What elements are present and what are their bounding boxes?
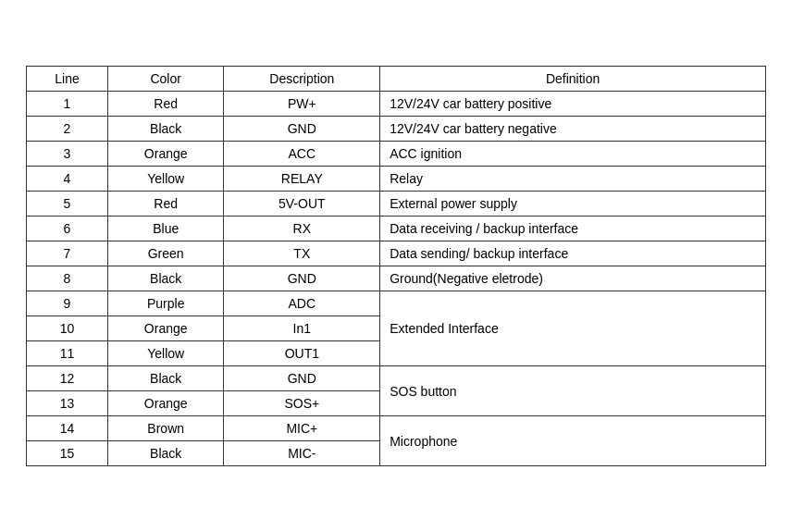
table-row: 14BrownMIC+Microphone [27,416,766,441]
cell-definition: External power supply [380,192,766,217]
cell-color: Purple [107,291,223,316]
header-description: Description [224,67,380,92]
cell-color: Red [107,192,223,217]
cell-color: Black [107,366,223,391]
cell-line: 12 [27,366,108,391]
table-row: 9PurpleADCExtended Interface [27,291,766,316]
cell-definition: Data receiving / backup interface [380,217,766,241]
cell-color: Brown [107,416,223,441]
cell-definition: ACC ignition [380,142,766,167]
cell-description: ADC [224,291,380,316]
cell-description: In1 [224,316,380,341]
cell-line: 10 [27,316,108,341]
cell-definition: Extended Interface [380,291,766,366]
cell-description: RELAY [224,167,380,192]
cell-description: MIC+ [224,416,380,441]
wire-table: Line Color Description Definition 1RedPW… [26,66,766,466]
cell-description: RX [224,217,380,241]
cell-line: 7 [27,241,108,266]
cell-line: 14 [27,416,108,441]
header-color: Color [107,67,223,92]
cell-definition: Ground(Negative eletrode) [380,266,766,291]
cell-color: Orange [107,142,223,167]
cell-color: Red [107,92,223,117]
cell-definition: SOS button [380,366,766,416]
table-row: 12BlackGNDSOS button [27,366,766,391]
page-container: Line Color Description Definition 1RedPW… [0,0,792,532]
cell-definition: Microphone [380,416,766,466]
table-row: 1RedPW+12V/24V car battery positive [27,92,766,117]
cell-color: Yellow [107,167,223,192]
cell-line: 4 [27,167,108,192]
table-row: 8BlackGNDGround(Negative eletrode) [27,266,766,291]
table-header-row: Line Color Description Definition [27,67,766,92]
cell-line: 8 [27,266,108,291]
cell-definition: Relay [380,167,766,192]
cell-line: 15 [27,441,108,466]
cell-color: Black [107,117,223,142]
cell-line: 13 [27,391,108,416]
cell-definition: 12V/24V car battery negative [380,117,766,142]
header-definition: Definition [380,67,766,92]
cell-description: PW+ [224,92,380,117]
cell-color: Green [107,241,223,266]
cell-line: 3 [27,142,108,167]
cell-line: 6 [27,217,108,241]
cell-description: GND [224,117,380,142]
cell-description: ACC [224,142,380,167]
cell-color: Black [107,441,223,466]
cell-definition: 12V/24V car battery positive [380,92,766,117]
cell-line: 5 [27,192,108,217]
cell-line: 1 [27,92,108,117]
table-row: 6BlueRXData receiving / backup interface [27,217,766,241]
cell-line: 9 [27,291,108,316]
cell-color: Black [107,266,223,291]
cell-description: TX [224,241,380,266]
cell-line: 11 [27,341,108,366]
cell-description: OUT1 [224,341,380,366]
cell-color: Blue [107,217,223,241]
cell-description: GND [224,366,380,391]
cell-description: GND [224,266,380,291]
table-row: 3OrangeACCACC ignition [27,142,766,167]
header-line: Line [27,67,108,92]
table-row: 7GreenTXData sending/ backup interface [27,241,766,266]
cell-description: 5V-OUT [224,192,380,217]
cell-color: Yellow [107,341,223,366]
cell-line: 2 [27,117,108,142]
table-row: 2BlackGND12V/24V car battery negative [27,117,766,142]
table-row: 4YellowRELAYRelay [27,167,766,192]
cell-description: SOS+ [224,391,380,416]
table-row: 5Red5V-OUTExternal power supply [27,192,766,217]
cell-color: Orange [107,316,223,341]
cell-color: Orange [107,391,223,416]
cell-definition: Data sending/ backup interface [380,241,766,266]
cell-description: MIC- [224,441,380,466]
